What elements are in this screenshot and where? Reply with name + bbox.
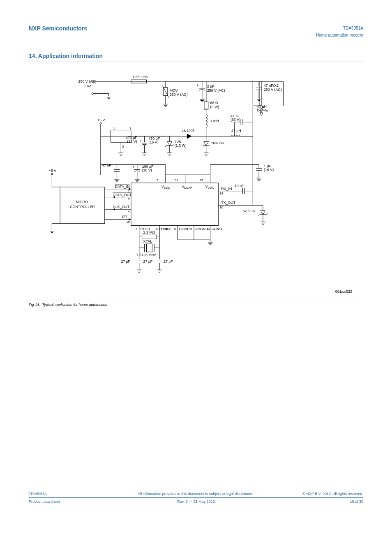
header-desc: Home automation modem — [29, 33, 363, 37]
svg-text:27 pF: 27 pF — [164, 259, 173, 264]
svg-text:SA5.0A: SA5.0A — [243, 209, 255, 213]
svg-text:(16 V): (16 V) — [142, 168, 152, 172]
svg-text:250 V (AC): 250 V (AC) — [170, 92, 188, 97]
svg-rect-120 — [131, 183, 218, 226]
svg-point-1 — [92, 93, 93, 95]
svg-text:DGND: DGND — [159, 227, 170, 231]
svg-text:8: 8 — [156, 227, 158, 231]
svg-text:(1.3 W): (1.3 W) — [175, 143, 187, 148]
svg-text:1N4006: 1N4006 — [211, 141, 224, 145]
footer-page: 18 of 30 — [350, 500, 363, 504]
footer-rev: Rev. 6 — 21 May 2012 — [29, 500, 363, 504]
svg-text:CLK_OUT: CLK_OUT — [113, 205, 130, 209]
svg-text:13: 13 — [199, 178, 203, 182]
svg-text:68 Ω: 68 Ω — [210, 101, 218, 105]
svg-text:max: max — [84, 83, 91, 88]
svg-text:10: 10 — [219, 206, 223, 209]
svg-text:4: 4 — [128, 210, 130, 213]
svg-text:MICRO-: MICRO- — [76, 200, 89, 204]
svg-text:3: 3 — [129, 127, 131, 130]
svg-text:250 V (AC): 250 V (AC) — [207, 88, 225, 92]
svg-text:9: 9 — [190, 227, 192, 231]
svg-rect-29 — [204, 102, 208, 110]
svg-text:T 630 mA: T 630 mA — [132, 75, 148, 79]
svg-text:27 pF: 27 pF — [143, 259, 153, 264]
svg-text:(63 V): (63 V) — [231, 118, 240, 122]
svg-text:2: 2 — [122, 145, 124, 148]
footer-copyright: © NXP B.V. 2012. All rights reserved. — [302, 492, 363, 496]
svg-text:27 pF: 27 pF — [121, 259, 130, 264]
svg-text:14: 14 — [219, 192, 223, 195]
svg-text:MOV: MOV — [170, 88, 178, 92]
svg-text:XTAL: XTAL — [143, 239, 152, 243]
schematic-svg: .w{stroke:#000;fill:none;stroke-width:1}… — [32, 65, 360, 297]
svg-text:10 nF: 10 nF — [235, 184, 244, 188]
svg-text:VDDAP: VDDAP — [182, 185, 192, 189]
svg-text:5: 5 — [174, 227, 176, 231]
svg-text:11: 11 — [175, 178, 179, 182]
svg-rect-33 — [204, 101, 208, 109]
header-part: TDA5051A — [343, 25, 363, 30]
figure-caption: Fig 14. Typical application for home aut… — [29, 303, 363, 307]
svg-text:2.2 MΩ: 2.2 MΩ — [143, 230, 155, 234]
svg-text:VDDD: VDDD — [161, 185, 170, 189]
svg-text:DGND: DGND — [179, 227, 190, 231]
svg-text:470 μF: 470 μF — [148, 136, 160, 141]
svg-text:15: 15 — [126, 220, 130, 224]
svg-text:+5 V: +5 V — [48, 169, 56, 173]
svg-text:(16 V): (16 V) — [264, 168, 274, 172]
svg-text:RX_IN: RX_IN — [221, 187, 232, 191]
svg-text:1 mH: 1 mH — [210, 119, 219, 123]
svg-text:47 nF: 47 nF — [102, 163, 111, 167]
svg-text:VDDA: VDDA — [205, 185, 214, 189]
svg-text:12: 12 — [207, 227, 210, 231]
svg-text:7: 7 — [136, 227, 137, 231]
svg-text:250 V (AC): 250 V (AC) — [264, 88, 282, 92]
svg-text:+: + — [132, 165, 134, 169]
svg-text:DATA_OUT: DATA_OUT — [113, 193, 132, 197]
footer: TDA5051A All information provided in thi… — [29, 492, 363, 505]
svg-text:CONTROLLER: CONTROLLER — [70, 205, 95, 209]
svg-text:47 nF/X2: 47 nF/X2 — [264, 83, 279, 88]
svg-text:(16 V): (16 V) — [148, 140, 158, 144]
drawing-id: 001aai529 — [335, 289, 353, 294]
svg-text:PD: PD — [122, 215, 127, 219]
svg-text:3: 3 — [157, 178, 159, 182]
svg-text:1N4006: 1N4006 — [182, 129, 194, 133]
svg-text:2: 2 — [128, 197, 130, 201]
svg-rect-174 — [142, 235, 157, 239]
svg-text:(2 W): (2 W) — [210, 105, 219, 109]
figure-container: .w{stroke:#000;fill:none;stroke-width:1}… — [29, 62, 363, 300]
svg-rect-181 — [147, 244, 152, 252]
svg-point-84 — [100, 123, 101, 124]
svg-text:(16 V): (16 V) — [127, 139, 137, 143]
svg-text:TX_OUT: TX_OUT — [221, 201, 236, 205]
section-heading: 14. Application information — [29, 53, 363, 59]
svg-point-203 — [51, 173, 53, 175]
svg-text:AGND: AGND — [212, 227, 222, 231]
svg-text:+5 V: +5 V — [97, 118, 105, 122]
svg-text:low RS: low RS — [257, 108, 268, 113]
svg-text:47 μH: 47 μH — [231, 129, 241, 133]
svg-text:2 μF: 2 μF — [207, 84, 215, 88]
header-company: NXP Semiconductors — [29, 25, 87, 32]
svg-text:+: + — [140, 139, 142, 143]
svg-text:+: + — [196, 83, 198, 88]
svg-text:DATA_IN: DATA_IN — [115, 185, 129, 189]
svg-text:1: 1 — [113, 127, 115, 130]
